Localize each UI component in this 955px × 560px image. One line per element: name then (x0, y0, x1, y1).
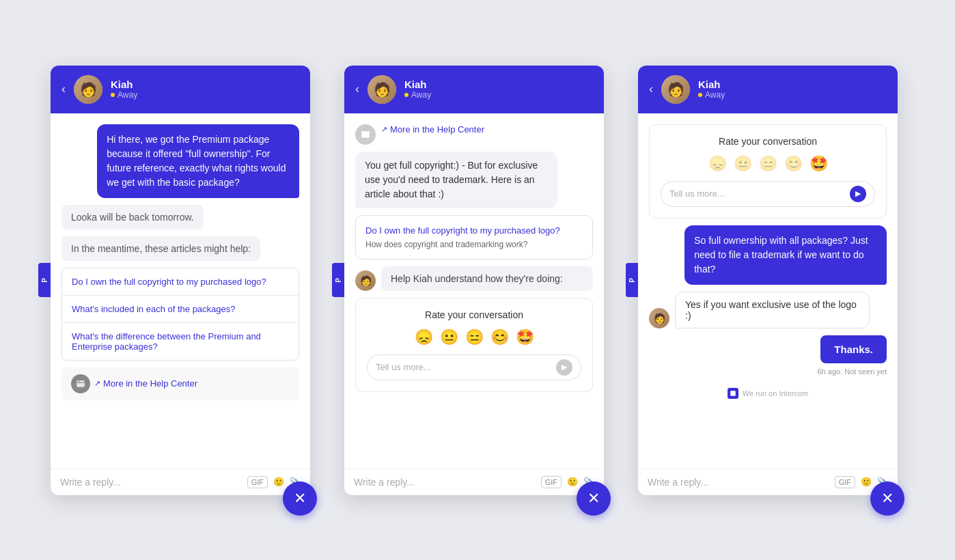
tell-more-input-2[interactable]: Tell us more... (376, 362, 551, 372)
emoji-button-2[interactable]: 🙂 (567, 477, 578, 487)
rating-emoji-1[interactable]: 😞 (415, 328, 433, 346)
intercom-icon-3 (728, 388, 738, 399)
rating-emoji-3[interactable]: 😑 (465, 328, 484, 346)
avatar-img-2: 🧑 (368, 75, 396, 104)
rating-title-3: Rate your conversation (661, 136, 875, 147)
bot-icon-2 (355, 124, 376, 145)
reply-input-2[interactable]: Write a reply... (354, 477, 536, 488)
rating-section-2: Rate your conversation 😞 😐 😑 😊 🤩 Tell us… (355, 298, 593, 392)
intercom-footer-3: We run on Intercom (649, 382, 887, 404)
article-link-3[interactable]: What's the difference between the Premiu… (62, 323, 299, 360)
gif-button-1[interactable]: GIF (247, 476, 268, 488)
timestamp-3: 6h ago. Not seen yet (649, 367, 887, 376)
chat-window-3: ‹ 🧑 Kiah Away Rate your conversation (638, 66, 898, 495)
agent-status-2: Away (404, 90, 593, 100)
avatar-2: 🧑 (368, 75, 396, 104)
back-button-3[interactable]: ‹ (649, 82, 653, 96)
gif-button-2[interactable]: GIF (541, 476, 562, 488)
chat-footer-1: Write a reply... GIF 🙂 📎 (51, 468, 310, 495)
rating-emoji-3-3[interactable]: 😑 (759, 155, 777, 173)
external-icon-2: ↗ (381, 125, 387, 134)
agent-message-3: Yes if you want exclusive use of the log… (675, 292, 870, 328)
header-info-2: Kiah Away (404, 79, 593, 100)
rating-emoji-3-5[interactable]: 🤩 (809, 155, 828, 173)
avatar-img-3: 🧑 (661, 75, 690, 104)
chat-window-3-wrapper: ‹ 🧑 Kiah Away Rate your conversation (638, 66, 904, 495)
rating-emoji-2[interactable]: 😐 (440, 328, 458, 346)
help-center-row-2: ↗ More in the Help Center (355, 124, 593, 145)
rating-emoji-4[interactable]: 😊 (490, 328, 509, 346)
side-panel-btn-1[interactable]: P (38, 263, 51, 297)
close-fab-1[interactable]: ✕ (283, 481, 317, 516)
user-message-1: Hi there, we got the Premium package bec… (97, 124, 299, 198)
status-dot-2 (404, 93, 409, 97)
agent-status-1: Away (111, 90, 299, 100)
user-message-3: So full ownership with all packages? Jus… (684, 225, 887, 285)
chat-body-2[interactable]: ↗ More in the Help Center You get full c… (344, 113, 604, 468)
chat-window-1-wrapper: ‹ 🧑 Kiah Away Hi there, we got the Premi… (51, 66, 317, 495)
status-dot-1 (111, 93, 115, 97)
agent-name-1: Kiah (111, 79, 299, 90)
side-panel-btn-2[interactable]: P (332, 263, 344, 297)
help-center-link-2[interactable]: ↗ More in the Help Center (381, 124, 484, 135)
close-fab-2[interactable]: ✕ (577, 481, 611, 516)
chat-window-1: ‹ 🧑 Kiah Away Hi there, we got the Premi… (51, 66, 310, 495)
tell-more-input-3[interactable]: Tell us more... (669, 188, 844, 199)
help-kiah-msg: Help Kiah understand how they're doing: (381, 266, 593, 291)
rating-title-2: Rate your conversation (367, 309, 581, 320)
thanks-button[interactable]: Thanks. (820, 335, 887, 363)
gif-button-3[interactable]: GIF (835, 476, 855, 488)
back-button-2[interactable]: ‹ (355, 82, 359, 96)
small-avatar-3: 🧑 (649, 308, 669, 328)
system-message-2: In the meantime, these articles might he… (61, 236, 260, 261)
chat-footer-2: Write a reply... GIF 🙂 📎 (344, 468, 604, 495)
chat-footer-3: Write a reply... GIF 🙂 📎 (638, 468, 898, 495)
bot-message-2: You get full copyright:) - But for exclu… (355, 152, 557, 208)
chat-header-3: ‹ 🧑 Kiah Away (638, 66, 898, 113)
reply-input-1[interactable]: Write a reply... (60, 477, 242, 488)
back-button-1[interactable]: ‹ (61, 82, 66, 96)
rating-emojis-2: 😞 😐 😑 😊 🤩 (367, 328, 581, 346)
chat-body-3[interactable]: Rate your conversation 😞 😐 😑 😊 🤩 Tell us… (638, 113, 898, 468)
article-link-2[interactable]: What's included in each of the packages? (62, 296, 299, 323)
emoji-button-1[interactable]: 🙂 (273, 477, 284, 487)
chat-header-2: ‹ 🧑 Kiah Away (344, 66, 604, 113)
rating-emojis-3: 😞 😐 😑 😊 🤩 (661, 155, 875, 173)
side-panel-btn-3[interactable]: P (626, 263, 638, 297)
close-fab-3[interactable]: ✕ (870, 481, 904, 516)
rating-emoji-3-4[interactable]: 😊 (784, 155, 803, 173)
agent-msg-row-3: 🧑 Yes if you want exclusive use of the l… (649, 292, 887, 328)
agent-status-3: Away (698, 90, 887, 100)
article-links: Do I own the full copyright to my purcha… (61, 268, 299, 361)
help-center-link-1[interactable]: ↗ More in the Help Center (94, 378, 197, 389)
article-card-title-2: Do I own the full copyright to my purcha… (365, 225, 583, 236)
chat-window-2-wrapper: ‹ 🧑 Kiah Away (344, 66, 611, 495)
help-center-icon-1 (71, 374, 90, 393)
agent-msg-row-2: 🧑 Help Kiah understand how they're doing… (355, 266, 593, 291)
tell-more-row-3: Tell us more... ▶ (661, 181, 875, 207)
header-info-1: Kiah Away (111, 79, 299, 100)
article-card-sub-2: How does copyright and trademarking work… (365, 240, 583, 249)
article-link-1[interactable]: Do I own the full copyright to my purcha… (62, 268, 299, 296)
rating-emoji-3-1[interactable]: 😞 (708, 155, 727, 173)
reply-input-3[interactable]: Write a reply... (648, 477, 829, 488)
external-icon-1: ↗ (94, 379, 100, 388)
article-card-2[interactable]: Do I own the full copyright to my purcha… (355, 215, 593, 260)
chat-body-1[interactable]: Hi there, we got the Premium package bec… (51, 113, 310, 468)
emoji-button-3[interactable]: 🙂 (861, 477, 872, 487)
help-center-row-1: ↗ More in the Help Center (61, 367, 299, 400)
page-container: ‹ 🧑 Kiah Away Hi there, we got the Premi… (0, 52, 955, 509)
chat-header-1: ‹ 🧑 Kiah Away (51, 66, 310, 113)
svg-rect-4 (730, 391, 736, 396)
send-btn-3[interactable]: ▶ (850, 186, 866, 202)
intercom-label-3: We run on Intercom (743, 389, 808, 397)
rating-section-3: Rate your conversation 😞 😐 😑 😊 🤩 Tell us… (649, 124, 887, 219)
svg-rect-3 (361, 131, 370, 137)
send-btn-2[interactable]: ▶ (556, 359, 572, 376)
rating-emoji-5[interactable]: 🤩 (516, 328, 534, 346)
svg-rect-0 (77, 380, 85, 387)
rating-emoji-3-2[interactable]: 😐 (734, 155, 752, 173)
avatar-3: 🧑 (661, 75, 690, 104)
agent-name-3: Kiah (698, 79, 887, 90)
status-dot-3 (698, 93, 702, 97)
